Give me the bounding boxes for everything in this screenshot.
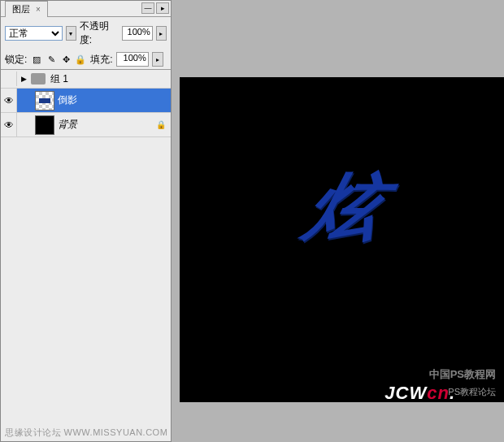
watermark-logo-part-b: cn [427, 383, 450, 403]
layer-name[interactable]: 倒影 [58, 93, 171, 107]
lock-brush-icon[interactable]: ✎ [45, 53, 58, 66]
canvas-workspace: 炫 中国PS教程网 PS教程论坛 JCWcn. [172, 0, 504, 442]
canvas-main-text: 炫 [295, 158, 389, 257]
tab-layers[interactable]: 图层 × [5, 1, 48, 17]
lock-fill-row: 锁定: ▨ ✎ ✥ 🔒 填充: 100% ▸ [1, 50, 171, 69]
panel-menu-button[interactable]: ▸ [156, 2, 169, 14]
lock-icon: 🔒 [156, 120, 166, 129]
lock-move-icon[interactable]: ✥ [59, 53, 72, 66]
lock-label: 锁定: [5, 53, 27, 67]
visibility-toggle[interactable]: 👁 [1, 89, 17, 112]
watermark-forum: PS教程论坛 [448, 386, 496, 398]
watermark-logo-part-a: JCW [385, 383, 427, 403]
fill-input[interactable]: 100% [116, 52, 149, 67]
opacity-label: 不透明度: [80, 20, 119, 47]
layer-name[interactable]: 背景 [58, 118, 156, 132]
layer-list: ▶ 组 1 👁 倒影 👁 背景 🔒 [1, 70, 171, 430]
opacity-input[interactable]: 100% [122, 26, 153, 41]
watermark-logo: JCWcn. [385, 383, 455, 404]
watermark-logo-dot: . [450, 383, 455, 403]
visibility-toggle[interactable] [2, 72, 17, 86]
fill-arrow-button[interactable]: ▸ [152, 52, 163, 67]
folder-icon [31, 73, 46, 84]
panel-window-controls: — ▸ [141, 2, 169, 14]
footer-credit: 思缘设计论坛 WWW.MISSYUAN.COM [5, 427, 167, 439]
close-icon[interactable]: × [36, 5, 41, 14]
layer-row-reflection[interactable]: 👁 倒影 [1, 89, 171, 113]
fill-label: 填充: [90, 53, 112, 67]
layer-row-background[interactable]: 👁 背景 🔒 [1, 113, 171, 137]
layer-group-header[interactable]: ▶ 组 1 [1, 70, 171, 89]
lock-all-icon[interactable]: 🔒 [74, 53, 87, 66]
blend-mode-select[interactable]: 正常 [5, 26, 63, 41]
panel-minimize-button[interactable]: — [141, 2, 154, 14]
layer-thumbnail[interactable] [35, 115, 54, 135]
blend-opacity-row: 正常 ▾ 不透明度: 100% ▸ [1, 17, 171, 50]
blend-arrow-button[interactable]: ▾ [66, 26, 76, 41]
tab-label: 图层 [12, 4, 30, 14]
layers-panel: — ▸ 图层 × 正常 ▾ 不透明度: 100% ▸ 锁定: ▨ ✎ ✥ 🔒 填… [0, 0, 172, 442]
empty-layer-area [1, 137, 171, 430]
layer-thumbnail[interactable] [35, 91, 54, 110]
opacity-arrow-button[interactable]: ▸ [156, 26, 167, 41]
group-name[interactable]: 组 1 [50, 72, 68, 86]
canvas[interactable]: 炫 中国PS教程网 PS教程论坛 JCWcn. [180, 77, 504, 402]
lock-transparency-icon[interactable]: ▨ [30, 53, 43, 66]
expand-triangle-icon[interactable]: ▶ [19, 75, 29, 83]
lock-icons-group: ▨ ✎ ✥ 🔒 [30, 53, 87, 66]
watermark-site-name: 中国PS教程网 [429, 367, 496, 382]
visibility-toggle[interactable]: 👁 [1, 113, 17, 136]
